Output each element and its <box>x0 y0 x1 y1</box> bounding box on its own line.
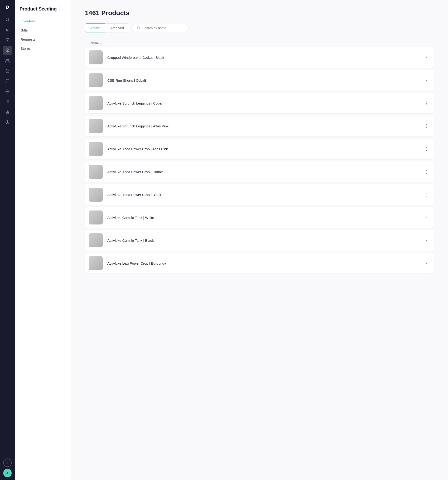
sidebar-icon-dollar[interactable] <box>3 118 12 127</box>
search-box <box>133 24 187 32</box>
sidebar-icon-globe[interactable] <box>3 87 12 96</box>
more-options-button[interactable]: ⋮ <box>423 214 430 221</box>
table-row: Activluxe Camille Tank | Black⋮ <box>85 230 434 251</box>
more-options-button[interactable]: ⋮ <box>423 237 430 244</box>
product-name: Cropped Windbreaker Jacket | Black <box>107 56 423 59</box>
more-options-button[interactable]: ⋮ <box>423 122 430 130</box>
product-thumbnail <box>89 256 103 270</box>
more-options-button[interactable]: ⋮ <box>423 191 430 198</box>
more-options-button[interactable]: ⋮ <box>423 77 430 84</box>
svg-line-19 <box>140 28 140 29</box>
product-list: Cropped Windbreaker Jacket | Black⋮CSB R… <box>85 47 434 274</box>
sidebar-icon-list[interactable] <box>3 97 12 106</box>
nav-item-inventory[interactable]: Inventory <box>18 17 68 25</box>
sidebar-icon-megaphone[interactable] <box>3 25 12 35</box>
more-options-button[interactable]: ⋮ <box>423 145 430 153</box>
more-options-button[interactable]: ⋮ <box>423 168 430 176</box>
product-table: Name ↑ Cropped Windbreaker Jacket | Blac… <box>85 39 434 274</box>
product-name: CSB Run Shorts | Cobalt <box>107 78 423 82</box>
table-row: Activluxe Lexi Power Crop | Burgundy⋮ <box>85 253 434 274</box>
product-thumbnail <box>89 50 103 64</box>
table-row: Activluxe Thea Power Crop | Cobalt⋮ <box>85 162 434 182</box>
product-thumbnail <box>89 211 103 225</box>
sidebar-icon-chart[interactable] <box>3 107 12 117</box>
table-row: Activluxe Scrunch Leggings | Atlas Pink⋮ <box>85 116 434 136</box>
product-thumbnail <box>89 188 103 202</box>
sidebar-icon-chat[interactable] <box>3 77 12 86</box>
more-options-button[interactable]: ⋮ <box>423 54 430 61</box>
sidebar-icon-check-badge[interactable] <box>3 66 12 76</box>
avatar[interactable]: A <box>3 469 12 477</box>
sidebar-icon-bag[interactable] <box>3 35 12 45</box>
product-name: Activluxe Scrunch Leggings | Cobalt <box>107 101 423 105</box>
product-thumbnail <box>89 96 103 110</box>
product-name: Activluxe Thea Power Crop | Atlas Pink <box>107 147 423 151</box>
product-name: Activluxe Camille Tank | Black <box>107 239 423 242</box>
product-name: Activluxe Thea Power Crop | Cobalt <box>107 170 423 174</box>
svg-point-4 <box>6 59 8 60</box>
filter-bar: Active Archived <box>85 23 434 32</box>
product-name: Activluxe Thea Power Crop | Black <box>107 193 423 197</box>
app-logo[interactable]: b <box>3 3 12 11</box>
search-input[interactable] <box>142 26 183 30</box>
left-nav-title: Product Seeding <box>20 6 57 12</box>
svg-line-1 <box>8 20 9 21</box>
table-header: Name ↑ <box>85 39 434 47</box>
table-row: CSB Run Shorts | Cobalt⋮ <box>85 70 434 91</box>
product-thumbnail <box>89 142 103 156</box>
table-row: Cropped Windbreaker Jacket | Black⋮ <box>85 47 434 68</box>
sidebar-icon-search[interactable] <box>3 15 12 24</box>
more-options-button[interactable]: ⋮ <box>423 260 430 267</box>
table-row: Activluxe Thea Power Crop | Black⋮ <box>85 184 434 205</box>
table-row: Activluxe Thea Power Crop | Atlas Pink⋮ <box>85 139 434 159</box>
tab-archived[interactable]: Archived <box>105 23 129 32</box>
product-name: Activluxe Camille Tank | White <box>107 216 423 219</box>
more-options-button[interactable]: ⋮ <box>423 99 430 107</box>
sidebar-icon-box[interactable] <box>3 46 12 55</box>
sidebar-icon-people[interactable] <box>3 56 12 65</box>
name-column-header[interactable]: Name ↑ <box>91 41 101 45</box>
product-name: Activluxe Lexi Power Crop | Burgundy <box>107 261 423 265</box>
product-name: Activluxe Scrunch Leggings | Atlas Pink <box>107 124 423 128</box>
icon-sidebar: b ? A <box>0 0 15 480</box>
product-thumbnail <box>89 119 103 133</box>
collapse-button[interactable]: ‹ <box>59 6 66 12</box>
page-title: 1461 Products <box>85 9 434 17</box>
nav-item-requests[interactable]: Requests <box>18 35 68 44</box>
left-nav: Product Seeding ‹ InventoryGiftsRequests… <box>15 0 71 480</box>
main-content: 1461 Products Active Archived Name ↑ Cro… <box>71 0 448 480</box>
help-button[interactable]: ? <box>3 459 12 467</box>
left-nav-items: InventoryGiftsRequestsStores <box>15 17 71 53</box>
table-row: Activluxe Scrunch Leggings | Cobalt⋮ <box>85 93 434 113</box>
product-thumbnail <box>89 73 103 87</box>
search-icon <box>137 26 140 30</box>
table-row: Activluxe Camille Tank | White⋮ <box>85 207 434 228</box>
nav-item-stores[interactable]: Stores <box>18 44 68 53</box>
product-thumbnail <box>89 233 103 247</box>
nav-item-gifts[interactable]: Gifts <box>18 26 68 35</box>
tab-active[interactable]: Active <box>85 23 105 32</box>
product-thumbnail <box>89 165 103 179</box>
